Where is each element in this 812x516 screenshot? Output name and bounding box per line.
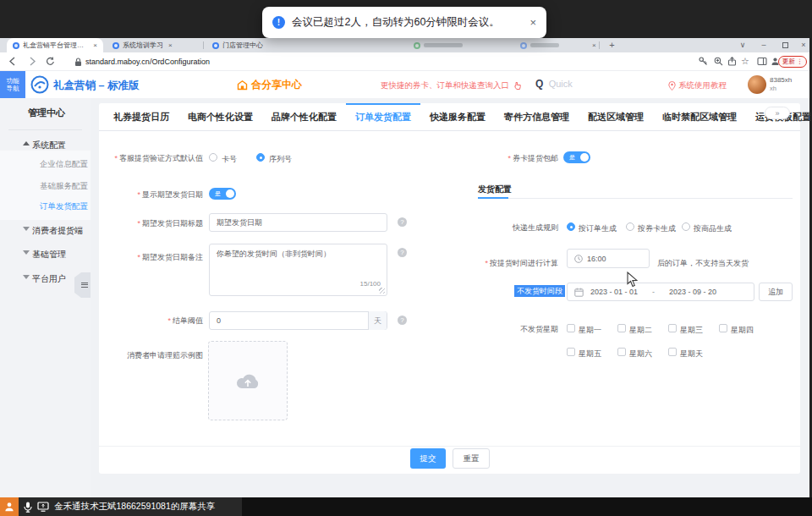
expected-date-title-input[interactable]: 期望发货日期 <box>209 213 387 232</box>
checkbox-tuesday[interactable] <box>617 324 626 332</box>
toast-close-icon[interactable]: × <box>529 16 536 29</box>
date-end[interactable]: 2023 - 09 - 20 <box>669 288 716 296</box>
window-menu-button[interactable]: ∨ <box>734 38 751 52</box>
tab-favicon <box>212 42 219 49</box>
checkbox-wednesday[interactable] <box>668 324 677 332</box>
sidebar-item-platform-users[interactable]: 平台用户 <box>32 273 66 285</box>
update-label: 更新 <box>782 58 795 65</box>
checkbox-monday-label[interactable]: 星期一 <box>579 325 601 336</box>
checkbox-wednesday-label[interactable]: 星期三 <box>680 325 703 336</box>
function-nav-button[interactable]: 功能 导航 <box>0 71 25 98</box>
checkbox-saturday[interactable] <box>617 348 626 356</box>
radio-by-voucher-label[interactable]: 按券卡生成 <box>638 223 676 234</box>
lock-icon[interactable] <box>74 58 82 67</box>
claim-example-upload[interactable] <box>208 341 288 420</box>
caret-down-icon <box>23 250 30 255</box>
new-tab-button[interactable]: + <box>606 39 618 52</box>
tab-sender-info[interactable]: 寄件方信息管理 <box>495 103 579 130</box>
tab-order-shipping-config[interactable]: 订单发货配置 <box>346 103 420 130</box>
window-minimize-button[interactable]: – <box>755 38 772 52</box>
quick-search[interactable]: Q Quick <box>535 78 573 90</box>
tab-brand-custom[interactable]: 品牌个性化配置 <box>262 103 346 130</box>
sidebar-collapse-handle[interactable] <box>74 272 91 298</box>
tab-title: 门店管理中心 <box>222 41 263 50</box>
radio-by-order-label[interactable]: 按订单生成 <box>579 223 617 234</box>
tab-temp-ban-area[interactable]: 临时禁配区域管理 <box>653 103 746 130</box>
sidebar-item-order-shipping[interactable]: 订单发货配置 <box>40 201 88 212</box>
expected-date-note-textarea[interactable]: 你希望的发货时间（非到货时间） 15/100 <box>209 244 387 296</box>
browser-tab-gift-admin[interactable]: 礼盒营销平台管理中心 × <box>7 38 103 52</box>
checkbox-tuesday-label[interactable]: 星期二 <box>629 325 652 336</box>
browser-tab-hidden-1[interactable] <box>408 38 508 52</box>
tab-close-icon[interactable]: × <box>592 41 596 49</box>
checkbox-sunday[interactable] <box>668 348 677 356</box>
browser-tab-store[interactable]: 门店管理中心 <box>206 38 299 52</box>
checkbox-friday-label[interactable]: 星期五 <box>579 349 601 360</box>
user-avatar[interactable] <box>748 75 766 94</box>
radio-by-product-label[interactable]: 按商品生成 <box>694 223 732 234</box>
radio-by-product[interactable] <box>682 222 690 231</box>
closing-threshold-input[interactable]: 0 天 <box>209 311 387 330</box>
chrome-update-button[interactable]: 更新 ⋮ <box>778 56 807 68</box>
checkbox-thursday-label[interactable]: 星期四 <box>731 325 754 336</box>
calendar-icon <box>574 288 584 297</box>
tab-express-service[interactable]: 快递服务配置 <box>420 103 495 130</box>
tabs-expand-button[interactable]: » <box>765 107 790 119</box>
pickup-time-input[interactable]: 16:00 <box>567 249 650 268</box>
config-tabs: 礼券提货日历 电商个性化设置 品牌个性化配置 订单发货配置 快递服务配置 寄件方… <box>99 103 800 131</box>
radio-card-number-label[interactable]: 卡号 <box>222 154 237 165</box>
menu-lines-icon <box>81 283 88 288</box>
share-center-label: 合分享中心 <box>251 78 302 92</box>
radio-serial-number-label[interactable]: 序列号 <box>269 154 292 165</box>
help-icon[interactable]: ? <box>398 217 407 227</box>
tab-ecommerce-custom[interactable]: 电商个性化设置 <box>178 103 262 130</box>
back-icon[interactable] <box>8 57 18 66</box>
bookmark-star-icon[interactable]: ☆ <box>741 56 749 67</box>
quick-entry-promo[interactable]: 更快捷的券卡、订单和快递查询入口 <box>381 80 522 91</box>
free-postage-toggle[interactable]: 是 <box>563 151 590 163</box>
tab-voucher-calendar[interactable]: 礼券提货日历 <box>104 103 178 130</box>
browser-tab-training[interactable]: 系统培训学习 × <box>107 38 201 52</box>
tab-close-icon[interactable]: × <box>168 41 173 49</box>
window-maximize-button[interactable] <box>776 38 793 52</box>
help-icon[interactable]: ? <box>398 248 407 257</box>
show-expected-date-toggle[interactable]: 是 <box>209 188 236 200</box>
date-start[interactable]: 2023 - 01 - 01 <box>590 288 638 296</box>
radio-serial-number[interactable] <box>256 153 265 162</box>
submit-button[interactable]: 提交 <box>410 448 446 469</box>
radio-card-number[interactable] <box>209 153 217 162</box>
sidebar-item-basic-management[interactable]: 基础管理 <box>32 249 66 261</box>
browser-tab-hidden-2[interactable] <box>514 38 589 52</box>
reset-button[interactable]: 重置 <box>453 448 490 469</box>
sidebar-item-consumer-pickup[interactable]: 消费者提货端 <box>32 225 83 237</box>
key-icon[interactable] <box>699 57 708 66</box>
sidebar-item-basic-service[interactable]: 基础服务配置 <box>40 181 88 192</box>
sidebar-item-enterprise-info[interactable]: 企业信息配置 <box>40 159 88 170</box>
append-button[interactable]: 追加 <box>759 283 793 301</box>
share-icon[interactable] <box>727 57 737 66</box>
resize-handle-icon[interactable] <box>379 288 385 294</box>
zoom-icon[interactable] <box>714 57 723 66</box>
tab-title-placeholder <box>530 43 559 47</box>
checkbox-monday[interactable] <box>567 324 575 332</box>
checkbox-friday[interactable] <box>567 348 575 356</box>
url-text[interactable]: standard.maboy.cn/OrdConfiguration <box>85 58 210 66</box>
sidebar-item-system-config[interactable]: 系统配置 <box>32 140 66 151</box>
checkbox-sunday-label[interactable]: 星期天 <box>680 349 703 360</box>
reload-icon[interactable] <box>46 57 55 66</box>
sidepanel-icon[interactable] <box>757 57 767 66</box>
tab-title-placeholder <box>424 43 463 47</box>
window-close-button[interactable]: × <box>795 38 812 52</box>
radio-by-voucher[interactable] <box>626 222 634 231</box>
tab-delivery-area[interactable]: 配送区域管理 <box>579 103 653 130</box>
radio-by-order[interactable] <box>567 222 575 231</box>
system-tutorial-link[interactable]: 系统使用教程 <box>668 80 727 91</box>
forward-icon[interactable] <box>27 57 36 66</box>
checkbox-thursday[interactable] <box>719 324 727 332</box>
nav-label-line2: 导航 <box>0 85 25 92</box>
checkbox-saturday-label[interactable]: 星期六 <box>629 349 652 360</box>
help-icon[interactable]: ? <box>398 316 407 325</box>
share-center-link[interactable]: 合分享中心 <box>237 78 302 92</box>
tab-close-icon[interactable]: × <box>93 41 97 49</box>
no-ship-period-daterange[interactable]: 2023 - 01 - 01 - 2023 - 09 - 20 <box>567 283 754 301</box>
